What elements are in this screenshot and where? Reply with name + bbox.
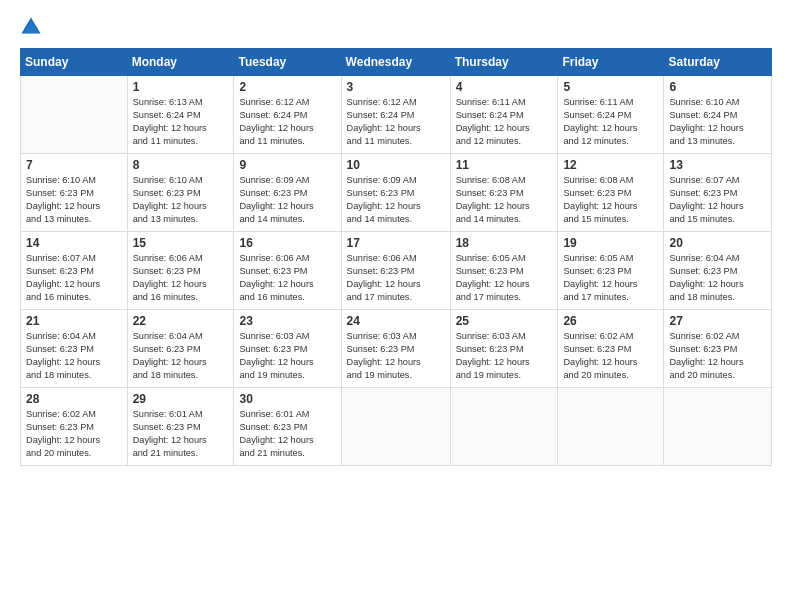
day-info: Sunrise: 6:04 AM Sunset: 6:23 PM Dayligh… xyxy=(669,252,766,304)
day-info: Sunrise: 6:11 AM Sunset: 6:24 PM Dayligh… xyxy=(563,96,658,148)
day-info: Sunrise: 6:04 AM Sunset: 6:23 PM Dayligh… xyxy=(26,330,122,382)
day-number: 7 xyxy=(26,158,122,172)
weekday-header-friday: Friday xyxy=(558,49,664,76)
day-info: Sunrise: 6:13 AM Sunset: 6:24 PM Dayligh… xyxy=(133,96,229,148)
calendar-week-row: 14Sunrise: 6:07 AM Sunset: 6:23 PM Dayli… xyxy=(21,232,772,310)
day-info: Sunrise: 6:08 AM Sunset: 6:23 PM Dayligh… xyxy=(456,174,553,226)
day-number: 8 xyxy=(133,158,229,172)
day-number: 27 xyxy=(669,314,766,328)
day-number: 9 xyxy=(239,158,335,172)
day-number: 1 xyxy=(133,80,229,94)
day-number: 19 xyxy=(563,236,658,250)
calendar-cell: 20Sunrise: 6:04 AM Sunset: 6:23 PM Dayli… xyxy=(664,232,772,310)
calendar-cell: 3Sunrise: 6:12 AM Sunset: 6:24 PM Daylig… xyxy=(341,76,450,154)
calendar-cell: 23Sunrise: 6:03 AM Sunset: 6:23 PM Dayli… xyxy=(234,310,341,388)
day-info: Sunrise: 6:07 AM Sunset: 6:23 PM Dayligh… xyxy=(669,174,766,226)
day-number: 25 xyxy=(456,314,553,328)
day-number: 23 xyxy=(239,314,335,328)
day-number: 17 xyxy=(347,236,445,250)
calendar-table: SundayMondayTuesdayWednesdayThursdayFrid… xyxy=(20,48,772,466)
day-info: Sunrise: 6:03 AM Sunset: 6:23 PM Dayligh… xyxy=(347,330,445,382)
day-number: 13 xyxy=(669,158,766,172)
day-number: 29 xyxy=(133,392,229,406)
day-info: Sunrise: 6:01 AM Sunset: 6:23 PM Dayligh… xyxy=(239,408,335,460)
calendar-cell: 15Sunrise: 6:06 AM Sunset: 6:23 PM Dayli… xyxy=(127,232,234,310)
calendar-cell: 1Sunrise: 6:13 AM Sunset: 6:24 PM Daylig… xyxy=(127,76,234,154)
calendar-cell: 6Sunrise: 6:10 AM Sunset: 6:24 PM Daylig… xyxy=(664,76,772,154)
calendar-cell xyxy=(558,388,664,466)
calendar-cell: 8Sunrise: 6:10 AM Sunset: 6:23 PM Daylig… xyxy=(127,154,234,232)
calendar-week-row: 21Sunrise: 6:04 AM Sunset: 6:23 PM Dayli… xyxy=(21,310,772,388)
day-number: 14 xyxy=(26,236,122,250)
day-number: 28 xyxy=(26,392,122,406)
calendar-cell xyxy=(450,388,558,466)
day-info: Sunrise: 6:04 AM Sunset: 6:23 PM Dayligh… xyxy=(133,330,229,382)
day-info: Sunrise: 6:02 AM Sunset: 6:23 PM Dayligh… xyxy=(669,330,766,382)
day-info: Sunrise: 6:07 AM Sunset: 6:23 PM Dayligh… xyxy=(26,252,122,304)
day-info: Sunrise: 6:01 AM Sunset: 6:23 PM Dayligh… xyxy=(133,408,229,460)
calendar-cell: 9Sunrise: 6:09 AM Sunset: 6:23 PM Daylig… xyxy=(234,154,341,232)
calendar-cell: 5Sunrise: 6:11 AM Sunset: 6:24 PM Daylig… xyxy=(558,76,664,154)
calendar-cell: 12Sunrise: 6:08 AM Sunset: 6:23 PM Dayli… xyxy=(558,154,664,232)
day-info: Sunrise: 6:02 AM Sunset: 6:23 PM Dayligh… xyxy=(26,408,122,460)
weekday-header-monday: Monday xyxy=(127,49,234,76)
calendar-cell: 19Sunrise: 6:05 AM Sunset: 6:23 PM Dayli… xyxy=(558,232,664,310)
day-info: Sunrise: 6:10 AM Sunset: 6:23 PM Dayligh… xyxy=(133,174,229,226)
day-info: Sunrise: 6:03 AM Sunset: 6:23 PM Dayligh… xyxy=(239,330,335,382)
calendar-cell: 22Sunrise: 6:04 AM Sunset: 6:23 PM Dayli… xyxy=(127,310,234,388)
day-number: 4 xyxy=(456,80,553,94)
weekday-header-wednesday: Wednesday xyxy=(341,49,450,76)
calendar-cell: 24Sunrise: 6:03 AM Sunset: 6:23 PM Dayli… xyxy=(341,310,450,388)
day-info: Sunrise: 6:03 AM Sunset: 6:23 PM Dayligh… xyxy=(456,330,553,382)
day-number: 3 xyxy=(347,80,445,94)
calendar-cell xyxy=(341,388,450,466)
day-number: 18 xyxy=(456,236,553,250)
page: SundayMondayTuesdayWednesdayThursdayFrid… xyxy=(0,0,792,612)
generalblue-icon xyxy=(20,16,42,38)
calendar-cell: 2Sunrise: 6:12 AM Sunset: 6:24 PM Daylig… xyxy=(234,76,341,154)
calendar-cell: 26Sunrise: 6:02 AM Sunset: 6:23 PM Dayli… xyxy=(558,310,664,388)
day-info: Sunrise: 6:10 AM Sunset: 6:24 PM Dayligh… xyxy=(669,96,766,148)
day-info: Sunrise: 6:06 AM Sunset: 6:23 PM Dayligh… xyxy=(133,252,229,304)
day-info: Sunrise: 6:05 AM Sunset: 6:23 PM Dayligh… xyxy=(563,252,658,304)
day-number: 21 xyxy=(26,314,122,328)
calendar-cell: 11Sunrise: 6:08 AM Sunset: 6:23 PM Dayli… xyxy=(450,154,558,232)
calendar-cell: 14Sunrise: 6:07 AM Sunset: 6:23 PM Dayli… xyxy=(21,232,128,310)
day-info: Sunrise: 6:06 AM Sunset: 6:23 PM Dayligh… xyxy=(347,252,445,304)
day-number: 10 xyxy=(347,158,445,172)
day-number: 22 xyxy=(133,314,229,328)
header xyxy=(20,18,772,38)
day-info: Sunrise: 6:12 AM Sunset: 6:24 PM Dayligh… xyxy=(347,96,445,148)
day-number: 20 xyxy=(669,236,766,250)
calendar-cell: 28Sunrise: 6:02 AM Sunset: 6:23 PM Dayli… xyxy=(21,388,128,466)
day-info: Sunrise: 6:02 AM Sunset: 6:23 PM Dayligh… xyxy=(563,330,658,382)
day-info: Sunrise: 6:12 AM Sunset: 6:24 PM Dayligh… xyxy=(239,96,335,148)
weekday-header-tuesday: Tuesday xyxy=(234,49,341,76)
calendar-cell: 7Sunrise: 6:10 AM Sunset: 6:23 PM Daylig… xyxy=(21,154,128,232)
calendar-cell: 10Sunrise: 6:09 AM Sunset: 6:23 PM Dayli… xyxy=(341,154,450,232)
calendar-cell: 25Sunrise: 6:03 AM Sunset: 6:23 PM Dayli… xyxy=(450,310,558,388)
calendar-week-row: 28Sunrise: 6:02 AM Sunset: 6:23 PM Dayli… xyxy=(21,388,772,466)
day-number: 16 xyxy=(239,236,335,250)
day-number: 30 xyxy=(239,392,335,406)
calendar-cell xyxy=(21,76,128,154)
day-number: 12 xyxy=(563,158,658,172)
weekday-header-sunday: Sunday xyxy=(21,49,128,76)
day-info: Sunrise: 6:11 AM Sunset: 6:24 PM Dayligh… xyxy=(456,96,553,148)
calendar-cell: 27Sunrise: 6:02 AM Sunset: 6:23 PM Dayli… xyxy=(664,310,772,388)
calendar-cell: 18Sunrise: 6:05 AM Sunset: 6:23 PM Dayli… xyxy=(450,232,558,310)
calendar-cell: 16Sunrise: 6:06 AM Sunset: 6:23 PM Dayli… xyxy=(234,232,341,310)
day-number: 2 xyxy=(239,80,335,94)
calendar-cell: 30Sunrise: 6:01 AM Sunset: 6:23 PM Dayli… xyxy=(234,388,341,466)
day-number: 6 xyxy=(669,80,766,94)
day-info: Sunrise: 6:10 AM Sunset: 6:23 PM Dayligh… xyxy=(26,174,122,226)
weekday-header-saturday: Saturday xyxy=(664,49,772,76)
calendar-header-row: SundayMondayTuesdayWednesdayThursdayFrid… xyxy=(21,49,772,76)
calendar-cell xyxy=(664,388,772,466)
calendar-cell: 4Sunrise: 6:11 AM Sunset: 6:24 PM Daylig… xyxy=(450,76,558,154)
calendar-cell: 13Sunrise: 6:07 AM Sunset: 6:23 PM Dayli… xyxy=(664,154,772,232)
day-info: Sunrise: 6:08 AM Sunset: 6:23 PM Dayligh… xyxy=(563,174,658,226)
calendar-cell: 17Sunrise: 6:06 AM Sunset: 6:23 PM Dayli… xyxy=(341,232,450,310)
day-info: Sunrise: 6:05 AM Sunset: 6:23 PM Dayligh… xyxy=(456,252,553,304)
calendar-cell: 21Sunrise: 6:04 AM Sunset: 6:23 PM Dayli… xyxy=(21,310,128,388)
